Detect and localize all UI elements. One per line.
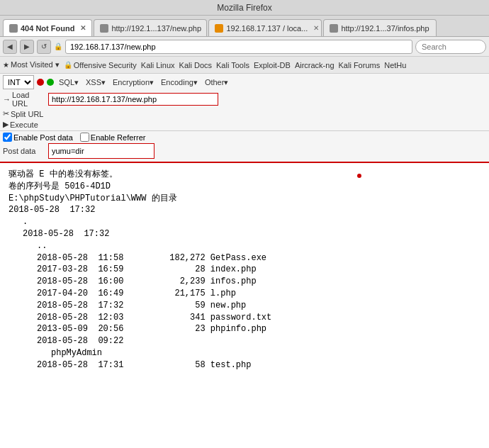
postdata-section: Enable Post data Enable Referrer Post da… xyxy=(0,131,489,163)
split-url-icon: ✂ xyxy=(3,109,9,118)
tab-label-3: 192.168.17.137 / loca... xyxy=(226,24,308,33)
content-line: 2017-03-28 16:59 28 index.php xyxy=(9,264,480,276)
tab-close-3[interactable]: ✕ xyxy=(313,24,319,32)
execute-icon: ▶ xyxy=(3,120,9,129)
hackbar-sql-menu[interactable]: SQL▾ xyxy=(57,77,81,88)
bookmark-nethu[interactable]: NetHu xyxy=(384,61,406,69)
bookmark-kali-tools[interactable]: Kali Tools xyxy=(216,61,249,69)
content-line: E:\phpStudy\PHPTutorial\WWW 的目录 xyxy=(9,193,480,205)
hackbar-dot-green[interactable] xyxy=(47,79,54,86)
tab-favicon-2 xyxy=(100,24,108,33)
main-content: 驱动器 E 中的卷没有标签。卷的序列号是 5016-4D1DE:\phpStud… xyxy=(0,163,489,448)
bookmark-label-kali-linux: Kali Linux xyxy=(141,61,175,69)
tab-label-2: http://192.1...137/new.php xyxy=(111,24,201,33)
bookmarks-bar: ★ Most Visited ▾ 🔒 Offensive Security Ka… xyxy=(0,57,489,74)
content-line: 2018-05-28 12:03 341 password.txt xyxy=(9,312,480,324)
enable-referrer-checkbox[interactable] xyxy=(80,133,89,142)
bookmark-label-offensive: Offensive Security xyxy=(74,61,137,69)
reload-button[interactable]: ↺ xyxy=(37,40,51,54)
enable-post-label: Enable Post data xyxy=(13,133,73,142)
tab-favicon-3 xyxy=(215,24,223,33)
back-button[interactable]: ◀ xyxy=(3,40,17,54)
hackbar-row2: → Load URL ✂ Split URL ▶ Execute xyxy=(3,91,486,129)
hackbar-load-url-row: → Load URL xyxy=(3,91,486,108)
tab-label-4: http://192.1...37/infos.php xyxy=(341,24,429,33)
load-url-icon: → xyxy=(3,95,11,103)
tab-favicon-4 xyxy=(330,24,338,33)
bookmark-label-nethu: NetHu xyxy=(384,61,406,69)
hackbar-encryption-menu[interactable]: Encryption▾ xyxy=(111,77,156,88)
hackbar-toolbar: INT SQL▾ XSS▾ Encryption▾ Encoding▾ Othe… xyxy=(0,74,489,131)
enable-referrer-label: Enable Referrer xyxy=(91,133,146,142)
tab-new-php[interactable]: http://192.1...137/new.php ✕ xyxy=(94,19,207,36)
content-line: 2018-05-28 17:32 xyxy=(9,204,480,216)
hackbar-execute-row: ▶ Execute xyxy=(3,120,486,129)
search-input[interactable] xyxy=(415,40,486,54)
content-line: 2018-05-28 17:32 xyxy=(9,228,480,240)
hackbar-select[interactable]: INT xyxy=(3,75,34,89)
bookmark-exploit-db[interactable]: Exploit-DB xyxy=(254,61,291,69)
enable-referrer-check-item: Enable Referrer xyxy=(80,133,146,142)
split-url-label: ✂ Split URL xyxy=(3,109,45,118)
postdata-checkboxes: Enable Post data Enable Referrer xyxy=(3,133,486,142)
postdata-label-row: Post data xyxy=(3,143,486,159)
star-icon: ★ xyxy=(3,61,9,69)
enable-post-check-item: Enable Post data xyxy=(3,133,73,142)
content-line: 卷的序列号是 5016-4D1D xyxy=(9,181,480,193)
content-line: 2018-05-28 17:32 59 new.php xyxy=(9,300,480,312)
hackbar-dot-red[interactable] xyxy=(37,79,44,86)
content-line: 2013-05-09 20:56 23 phpinfo.php xyxy=(9,323,480,335)
lock-icon: 🔒 xyxy=(54,43,62,50)
tab-close-1[interactable]: ✕ xyxy=(80,24,86,32)
content-line: 驱动器 E 中的卷没有标签。 xyxy=(9,169,480,181)
bookmark-kali-docs[interactable]: Kali Docs xyxy=(179,61,212,69)
bookmark-label-most-visited: Most Visited ▾ xyxy=(11,60,60,69)
post-data-input[interactable] xyxy=(48,143,154,159)
bookmark-label-exploit-db: Exploit-DB xyxy=(254,61,291,69)
content-lines: 驱动器 E 中的卷没有标签。卷的序列号是 5016-4D1DE:\phpStud… xyxy=(9,169,480,371)
content-line: 2018-05-28 09:22 xyxy=(9,335,480,347)
content-line: 2018-05-28 11:58 182,272 GetPass.exe xyxy=(9,252,480,264)
addressbar: ◀ ▶ ↺ 🔒 xyxy=(0,37,489,57)
hackbar-xss-menu[interactable]: XSS▾ xyxy=(84,77,108,88)
bookmark-label-kali-forums: Kali Forums xyxy=(339,61,381,69)
bookmark-offensive-security[interactable]: 🔒 Offensive Security xyxy=(64,61,137,69)
bookmark-label-kali-tools: Kali Tools xyxy=(216,61,249,69)
execute-label: ▶ Execute xyxy=(3,120,45,129)
post-data-label: Post data xyxy=(3,147,45,155)
titlebar-text: Mozilla Firefox xyxy=(217,3,271,13)
red-dot-indicator xyxy=(357,174,361,178)
bookmark-kali-linux[interactable]: Kali Linux xyxy=(141,61,175,69)
bookmark-label-kali-docs: Kali Docs xyxy=(179,61,212,69)
titlebar: Mozilla Firefox xyxy=(0,0,489,16)
bookmark-most-visited[interactable]: ★ Most Visited ▾ xyxy=(3,60,60,69)
tab-phpmyadmin[interactable]: 192.168.17.137 / loca... ✕ xyxy=(208,19,322,36)
content-line: . xyxy=(9,216,480,228)
hackbar-row1: INT SQL▾ XSS▾ Encryption▾ Encoding▾ Othe… xyxy=(3,75,486,89)
enable-post-checkbox[interactable] xyxy=(3,133,12,142)
tab-close-4[interactable]: ✕ xyxy=(435,24,437,32)
forward-button[interactable]: ▶ xyxy=(20,40,34,54)
bookmark-label-aircrack: Aircrack-ng xyxy=(295,61,335,69)
content-line: 2018-05-28 16:00 2,239 infos.php xyxy=(9,276,480,288)
content-line: 2017-04-20 16:49 21,175 l.php xyxy=(9,288,480,300)
url-input[interactable] xyxy=(65,40,412,54)
lock-bm-icon: 🔒 xyxy=(64,61,72,69)
hackbar-encoding-menu[interactable]: Encoding▾ xyxy=(159,77,200,88)
content-line: 2018-05-28 17:31 58 test.php xyxy=(9,359,480,371)
hackbar-other-menu[interactable]: Other▾ xyxy=(203,77,231,88)
tab-label-1: 404 Not Found xyxy=(21,24,74,33)
tab-favicon-1 xyxy=(9,24,18,33)
load-url-label: → Load URL xyxy=(3,91,45,108)
tabbar: 404 Not Found ✕ http://192.1...137/new.p… xyxy=(0,16,489,37)
tab-404-not-found[interactable]: 404 Not Found ✕ xyxy=(3,19,92,36)
hackbar-url-input[interactable] xyxy=(48,93,218,106)
tab-infos-php[interactable]: http://192.1...37/infos.php ✕ xyxy=(323,19,437,36)
bookmark-aircrack-ng[interactable]: Aircrack-ng xyxy=(295,61,335,69)
hackbar-split-url-row: ✂ Split URL xyxy=(3,109,486,118)
content-line: phpMyAdmin xyxy=(9,347,480,359)
bookmark-kali-forums[interactable]: Kali Forums xyxy=(339,61,381,69)
content-line: .. xyxy=(9,240,480,252)
